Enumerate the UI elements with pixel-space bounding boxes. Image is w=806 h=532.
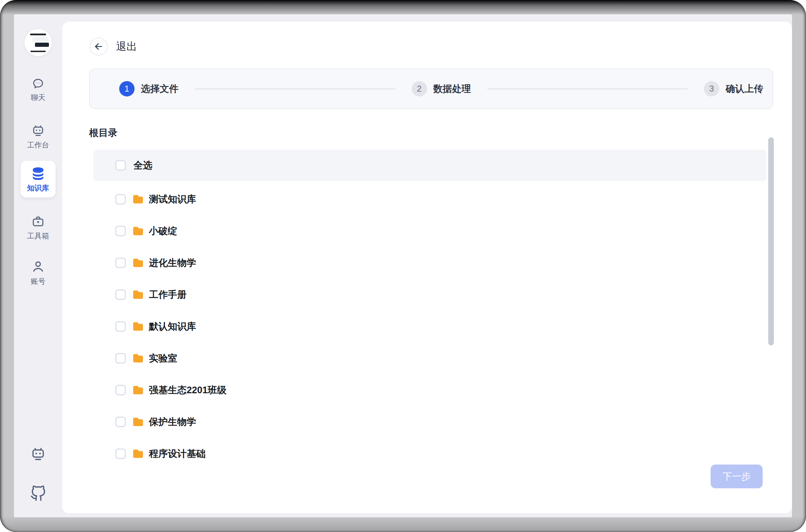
sidebar-footer-github[interactable]: [14, 486, 62, 502]
select-all-checkbox[interactable]: [115, 160, 126, 171]
folder-icon: [132, 417, 144, 427]
select-all-label: 全选: [134, 159, 152, 172]
step-number-badge: 3: [704, 81, 719, 96]
stepper-connector: [487, 88, 688, 89]
step-label: 确认上传: [726, 82, 763, 95]
file-list[interactable]: 全选 测试知识库 小破绽: [93, 150, 767, 469]
page-title: 退出: [116, 39, 137, 54]
folder-row[interactable]: 保护生物学: [93, 406, 767, 438]
step-select-files: 1 选择文件: [119, 81, 179, 96]
folder-row[interactable]: 实验室: [93, 342, 767, 374]
folder-checkbox[interactable]: [115, 226, 126, 236]
folder-rows: 测试知识库 小破绽 进化生物学 工作手册: [93, 183, 767, 469]
folder-row[interactable]: 小破绽: [93, 215, 767, 247]
folder-checkbox[interactable]: [115, 194, 126, 204]
folder-icon: [132, 194, 144, 204]
folder-name: 保护生物学: [149, 416, 196, 428]
sidebar-item-label: 账号: [31, 277, 45, 286]
folder-checkbox[interactable]: [115, 448, 126, 459]
robot-icon: [30, 446, 46, 462]
sidebar-item-knowledge-base[interactable]: 知识库: [21, 161, 56, 197]
folder-icon: [132, 353, 144, 364]
sidebar-footer-robot[interactable]: [14, 446, 62, 462]
logo-decoration: [30, 34, 46, 35]
app-logo-avatar: [24, 29, 52, 56]
stepper-connector: [195, 88, 396, 89]
sidebar-item-toolbox[interactable]: 工具箱: [14, 215, 62, 240]
folder-icon: [132, 448, 144, 459]
folder-name: 默认知识库: [149, 320, 196, 333]
scrollbar-thumb[interactable]: [768, 137, 774, 345]
step-number-badge: 2: [412, 81, 427, 96]
robot-icon: [31, 124, 45, 137]
sidebar-item-label: 工具箱: [27, 232, 49, 240]
sidebar-item-label: 工作台: [27, 141, 49, 149]
folder-row[interactable]: 进化生物学: [93, 247, 767, 279]
folder-checkbox[interactable]: [115, 289, 126, 300]
logo-decoration: [33, 37, 48, 41]
folder-checkbox[interactable]: [115, 353, 126, 364]
sidebar-item-workbench[interactable]: 工作台: [14, 124, 62, 149]
folder-icon: [132, 385, 144, 395]
folder-checkbox[interactable]: [115, 321, 126, 332]
folder-name: 测试知识库: [149, 193, 196, 206]
arrow-left-icon: [94, 42, 103, 51]
folder-checkbox[interactable]: [115, 385, 126, 395]
step-label: 选择文件: [141, 82, 179, 95]
github-icon: [30, 486, 46, 502]
sidebar-item-label: 知识库: [27, 184, 49, 192]
step-confirm-upload: 3 确认上传: [704, 81, 763, 96]
sidebar-item-chat[interactable]: 聊天: [14, 77, 62, 102]
header: 退出: [89, 37, 137, 56]
folder-row[interactable]: 程序设计基础: [93, 438, 767, 469]
back-button[interactable]: [89, 37, 108, 56]
main-panel: 退出 1 选择文件 2 数据处理 3 确认上传 根目录: [62, 22, 792, 513]
folder-name: 程序设计基础: [149, 447, 206, 460]
sidebar-item-label: 聊天: [31, 93, 45, 102]
folder-icon: [132, 258, 144, 268]
sidebar-item-account[interactable]: 账号: [14, 260, 62, 286]
folder-row[interactable]: 默认知识库: [93, 310, 767, 342]
toolbox-icon: [31, 215, 45, 228]
folder-icon: [132, 226, 144, 236]
select-all-row[interactable]: 全选: [93, 150, 767, 181]
sidebar: 聊天 工作台: [14, 14, 62, 517]
database-icon: [31, 166, 45, 181]
folder-checkbox[interactable]: [115, 417, 126, 427]
logo-decoration: [35, 43, 49, 47]
screenshot-stage: 聊天 工作台: [0, 0, 806, 532]
app-window: 聊天 工作台: [14, 14, 792, 517]
folder-row[interactable]: 强基生态2201班级: [93, 374, 767, 406]
chat-icon: [32, 77, 44, 90]
logo-decoration: [30, 51, 46, 52]
folder-name: 小破绽: [149, 225, 177, 237]
folder-name: 强基生态2201班级: [149, 384, 226, 396]
folder-name: 工作手册: [149, 288, 187, 301]
step-number-badge: 1: [119, 81, 135, 96]
folder-icon: [132, 289, 144, 300]
folder-row[interactable]: 工作手册: [93, 279, 767, 310]
step-data-processing: 2 数据处理: [412, 81, 471, 96]
next-step-button[interactable]: 下一步: [711, 465, 763, 488]
root-directory-title: 根目录: [89, 127, 117, 139]
upload-stepper: 1 选择文件 2 数据处理 3 确认上传: [89, 69, 773, 109]
folder-name: 实验室: [149, 352, 177, 365]
folder-row[interactable]: 测试知识库: [93, 183, 767, 215]
step-label: 数据处理: [433, 82, 471, 95]
folder-name: 进化生物学: [149, 257, 196, 269]
folder-icon: [132, 321, 144, 332]
folder-checkbox[interactable]: [115, 258, 126, 268]
user-icon: [31, 260, 45, 274]
